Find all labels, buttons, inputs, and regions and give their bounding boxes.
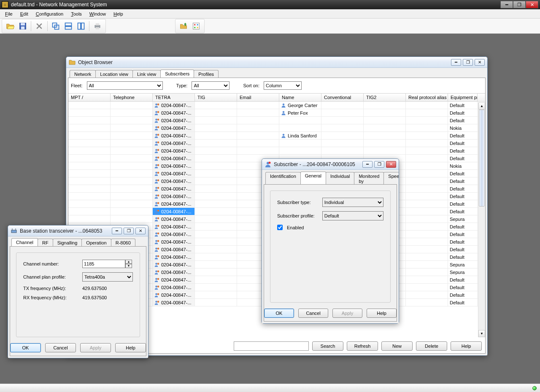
app-close-button[interactable]: ✕: [526, 1, 538, 8]
search-input[interactable]: [234, 341, 309, 351]
menubar: File Edit Configuration Tools Window Hel…: [0, 9, 540, 19]
new-button[interactable]: New: [381, 341, 413, 351]
bts-apply-button[interactable]: Apply: [80, 343, 111, 352]
tab-link-view[interactable]: Link view: [132, 70, 161, 78]
tile-v-icon[interactable]: [76, 21, 86, 32]
subscriber-row-icon: [154, 179, 159, 184]
bts-tab-channel[interactable]: Channel: [11, 238, 38, 246]
sub-tab-identification[interactable]: Identification: [265, 172, 301, 185]
sub-help-button[interactable]: Help: [367, 309, 397, 318]
bts-chplan-dropdown[interactable]: Tetra400a: [82, 272, 133, 282]
column-header[interactable]: Real protocol alias: [406, 94, 448, 101]
sub-ok-button[interactable]: OK: [264, 309, 294, 318]
refresh-button[interactable]: Refresh: [347, 341, 378, 351]
table-row[interactable]: 0204-00847-...Default: [68, 140, 485, 147]
app-maximize-button[interactable]: ❐: [513, 1, 526, 8]
spin-down-icon[interactable]: ▼: [125, 264, 132, 268]
bts-minimize-button[interactable]: ━: [112, 228, 122, 234]
menu-configuration[interactable]: Configuration: [32, 11, 67, 17]
table-cell: [406, 162, 448, 169]
sub-close-button[interactable]: ✕: [386, 161, 396, 168]
menu-tools[interactable]: Tools: [68, 11, 85, 17]
column-header[interactable]: TIG2: [364, 94, 406, 101]
sub-minimize-button[interactable]: ━: [362, 161, 373, 168]
toolbar: [0, 19, 540, 34]
scroll-thumb[interactable]: [479, 110, 485, 207]
search-button[interactable]: Search: [312, 341, 343, 351]
table-row[interactable]: 0204-00847-...Peter FoxDefault: [68, 109, 485, 117]
bts-tab-channel-page: Channel number: ▲▼ Channel plan profile:…: [10, 246, 146, 356]
sub-maximize-button[interactable]: ❐: [374, 161, 384, 168]
bts-cancel-button[interactable]: Cancel: [45, 343, 76, 352]
tab-network[interactable]: Network: [70, 70, 96, 78]
cascade-icon[interactable]: [50, 21, 61, 32]
column-header[interactable]: MPT /: [68, 94, 111, 101]
table-row[interactable]: 0204-00847-...Default: [68, 147, 485, 155]
open-icon[interactable]: [5, 21, 16, 32]
upload-icon[interactable]: [178, 21, 189, 32]
sort-dropdown[interactable]: Column: [264, 81, 302, 90]
tab-location-view[interactable]: Location view: [95, 70, 133, 78]
svg-point-26: [157, 126, 159, 129]
print-icon[interactable]: [92, 21, 103, 32]
status-led-icon: [532, 386, 537, 390]
bts-dialog-title: Base station transceiver - ...0648053: [20, 228, 109, 234]
bts-ok-button[interactable]: OK: [10, 343, 41, 352]
sub-profile-dropdown[interactable]: Default: [322, 211, 383, 220]
vertical-scrollbar[interactable]: ▲ ▼: [478, 102, 485, 337]
grid-icon[interactable]: [191, 21, 202, 32]
sub-type-dropdown[interactable]: Individual: [322, 198, 383, 207]
sub-cancel-button[interactable]: Cancel: [298, 309, 328, 318]
sub-tab-individual[interactable]: Individual: [326, 172, 354, 185]
menu-file[interactable]: File: [2, 11, 16, 17]
bts-tab-operation[interactable]: Operation: [81, 239, 111, 247]
help-button[interactable]: Help: [451, 341, 482, 351]
type-dropdown[interactable]: All: [192, 81, 230, 90]
sub-enabled-label: Enabled: [287, 225, 329, 230]
column-header[interactable]: Telephone: [111, 94, 153, 101]
column-header[interactable]: TETRA: [153, 94, 195, 101]
menu-help[interactable]: Help: [110, 11, 127, 17]
bts-tab-signalling[interactable]: Signalling: [53, 239, 82, 247]
bts-tab-rf[interactable]: RF: [38, 239, 53, 247]
fleet-dropdown[interactable]: All: [87, 81, 163, 90]
sub-tab-general[interactable]: General: [300, 172, 326, 184]
menu-window[interactable]: Window: [86, 11, 109, 17]
table-cell: [68, 117, 111, 124]
bts-help-button[interactable]: Help: [115, 343, 146, 352]
tab-profiles[interactable]: Profiles: [194, 70, 219, 78]
table-cell: [68, 208, 111, 215]
delete-icon[interactable]: [34, 21, 45, 32]
sub-apply-button[interactable]: Apply: [332, 309, 362, 318]
spin-up-icon[interactable]: ▲: [125, 260, 132, 264]
app-minimize-button[interactable]: ━: [500, 1, 513, 8]
column-header[interactable]: TIG: [195, 94, 237, 101]
table-row[interactable]: 0204-00847-...George CarterDefault: [68, 102, 485, 109]
ob-minimize-button[interactable]: ━: [451, 59, 461, 66]
column-header[interactable]: Conventional: [321, 94, 364, 101]
ob-close-button[interactable]: ✕: [475, 59, 485, 66]
menu-edit[interactable]: Edit: [17, 11, 32, 17]
ob-maximize-button[interactable]: ❐: [463, 59, 473, 66]
bts-close-button[interactable]: ✕: [135, 228, 146, 234]
bts-tab-r8060[interactable]: R-8060: [111, 239, 135, 247]
table-cell: Default: [448, 200, 478, 207]
table-row[interactable]: 0204-00847-...Default: [68, 117, 485, 124]
table-row[interactable]: 0204-00847-...Nokia: [68, 124, 485, 132]
tile-h-icon[interactable]: [63, 21, 74, 32]
svg-point-51: [157, 217, 159, 220]
tab-subscribers[interactable]: Subscribers: [160, 70, 194, 78]
subscriber-row-icon: [154, 201, 159, 207]
svg-point-38: [155, 172, 157, 174]
delete-button[interactable]: Delete: [416, 341, 447, 351]
bts-maximize-button[interactable]: ❐: [124, 228, 134, 234]
save-icon[interactable]: [17, 21, 28, 32]
column-header[interactable]: Email: [237, 94, 279, 101]
sub-tab-monitored-by[interactable]: Monitored by: [354, 172, 384, 185]
bts-chnum-input[interactable]: [82, 260, 125, 268]
sub-enabled-checkbox[interactable]: [277, 225, 283, 230]
column-header[interactable]: Name: [279, 94, 321, 101]
column-header[interactable]: Equipment pr: [448, 94, 478, 101]
table-row[interactable]: 0204-00847-...Linda SanfordDefault: [68, 132, 485, 140]
sub-tab-spee[interactable]: Spee: [383, 172, 399, 185]
